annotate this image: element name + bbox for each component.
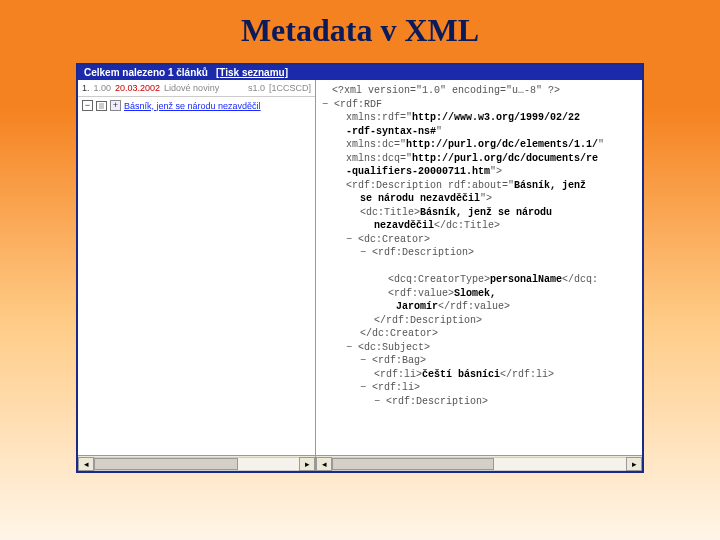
xml-line: xmlns:dc="http://purl.org/dc/elements/1.… bbox=[322, 138, 636, 152]
xml-line: <rdf:Description rdf:about="Básník, jenž bbox=[322, 179, 636, 193]
xml-line: </dc:Creator> bbox=[322, 327, 636, 341]
scroll-left-icon[interactable]: ◂ bbox=[78, 457, 94, 471]
result-item-row: − + Básník, jenž se národu nezavděčil bbox=[78, 97, 315, 114]
scroll-track[interactable] bbox=[332, 457, 626, 471]
expand-icon[interactable]: + bbox=[110, 100, 121, 111]
xml-line: <dc:Title>Básník, jenž se národu bbox=[322, 206, 636, 220]
xml-line: <rdf:li>čeští básníci</rdf:li> bbox=[322, 368, 636, 382]
result-header-row: 1. 1.00 20.03.2002 Lidové noviny s1.0 [1… bbox=[78, 80, 315, 97]
scroll-right-icon[interactable]: ▸ bbox=[626, 457, 642, 471]
result-score: 1.00 bbox=[94, 83, 112, 93]
scroll-thumb[interactable] bbox=[332, 458, 494, 470]
xml-line: xmlns:rdf="http://www.w3.org/1999/02/22 bbox=[322, 111, 636, 125]
scrollbars: ◂ ▸ ◂ ▸ bbox=[78, 455, 642, 471]
collapse-icon[interactable]: − bbox=[82, 100, 93, 111]
xml-line: <dcq:CreatorType>personalName</dcq: bbox=[322, 273, 636, 287]
slide-title: Metadata v XML bbox=[0, 0, 720, 63]
xml-line: nezavděčil</dc:Title> bbox=[322, 219, 636, 233]
header-bar: Celkem nalezeno 1 článků [Tisk seznamu] bbox=[78, 65, 642, 80]
xml-line: − <dc:Subject> bbox=[322, 341, 636, 355]
scroll-left-icon[interactable]: ◂ bbox=[316, 457, 332, 471]
xml-line: -rdf-syntax-ns#" bbox=[322, 125, 636, 139]
xml-line: − <dc:Creator> bbox=[322, 233, 636, 247]
xml-blank bbox=[322, 260, 636, 274]
xml-line: <?xml version="1.0" encoding="u…-8" ?> bbox=[322, 84, 636, 98]
xml-line: </rdf:Description> bbox=[322, 314, 636, 328]
xml-line: − <rdf:Bag> bbox=[322, 354, 636, 368]
result-index: 1. bbox=[82, 83, 90, 93]
scroll-right-icon[interactable]: ▸ bbox=[299, 457, 315, 471]
result-source: Lidové noviny bbox=[164, 83, 219, 93]
results-pane: 1. 1.00 20.03.2002 Lidové noviny s1.0 [1… bbox=[78, 80, 316, 455]
article-title-link[interactable]: Básník, jenž se národu nezavděčil bbox=[124, 101, 261, 111]
xml-line: − <rdf:li> bbox=[322, 381, 636, 395]
xml-line: − <rdf:Description> bbox=[322, 246, 636, 260]
print-list-link[interactable]: [Tisk seznamu] bbox=[216, 67, 288, 78]
right-hscrollbar[interactable]: ◂ ▸ bbox=[316, 455, 642, 471]
xml-line: − <rdf:RDF bbox=[322, 98, 636, 112]
result-page: s1.0 bbox=[248, 83, 265, 93]
result-date: 20.03.2002 bbox=[115, 83, 160, 93]
result-code: [1CCSCD] bbox=[269, 83, 311, 93]
xml-source-pane: <?xml version="1.0" encoding="u…-8" ?> −… bbox=[316, 80, 642, 455]
app-window: Celkem nalezeno 1 článků [Tisk seznamu] … bbox=[76, 63, 644, 473]
xml-line: − <rdf:Description> bbox=[322, 395, 636, 409]
xml-line: Jaromír</rdf:value> bbox=[322, 300, 636, 314]
scroll-track[interactable] bbox=[94, 457, 299, 471]
xml-line: -qualifiers-20000711.htm"> bbox=[322, 165, 636, 179]
left-hscrollbar[interactable]: ◂ ▸ bbox=[78, 455, 316, 471]
scroll-thumb[interactable] bbox=[94, 458, 238, 470]
xml-line: <rdf:value>Slomek, bbox=[322, 287, 636, 301]
xml-line: xmlns:dcq="http://purl.org/dc/documents/… bbox=[322, 152, 636, 166]
results-count: Celkem nalezeno 1 článků bbox=[84, 67, 208, 78]
content-area: 1. 1.00 20.03.2002 Lidové noviny s1.0 [1… bbox=[78, 80, 642, 455]
xml-line: se národu nezavděčil"> bbox=[322, 192, 636, 206]
doc-icon bbox=[96, 101, 107, 111]
